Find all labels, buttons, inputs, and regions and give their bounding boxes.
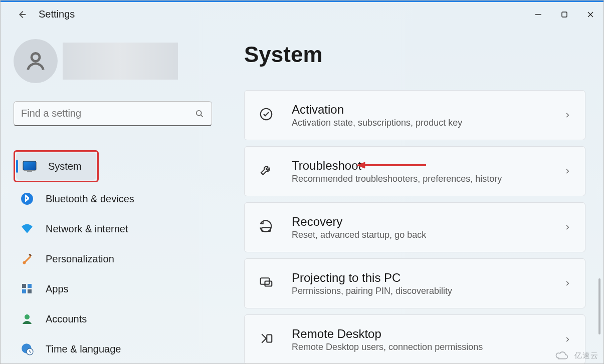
close-icon [587,11,594,18]
card-subtitle: Reset, advanced startup, go back [292,230,564,240]
chevron-right-icon [564,280,571,287]
bluetooth-icon [20,191,35,206]
app-title: Settings [39,9,75,20]
card-title: Activation [292,103,564,117]
brush-icon [20,251,35,266]
nav-label: Apps [46,283,69,295]
wrench-icon [259,163,276,180]
title-bar: Settings [1,1,603,28]
watermark-text: 亿速云 [574,351,598,360]
nav-item-bluetooth[interactable]: Bluetooth & devices [14,185,213,212]
chevron-right-icon [564,336,571,343]
avatar [14,39,58,83]
watermark: 亿速云 [554,350,598,360]
minimize-button[interactable] [525,5,551,25]
nav-item-network[interactable]: Network & internet [14,215,213,242]
nav-label: Network & internet [46,223,128,235]
apps-icon [20,281,35,296]
nav-item-apps[interactable]: Apps [14,275,213,302]
chevron-right-icon [564,168,571,175]
card-subtitle: Permissions, pairing PIN, discoverabilit… [292,286,564,296]
nav-item-accounts[interactable]: Accounts [14,305,213,332]
nav-label: System [48,161,82,172]
svg-rect-16 [28,289,32,293]
svg-rect-13 [22,284,26,288]
nav-item-system[interactable]: System [16,153,96,180]
svg-point-5 [196,110,202,115]
search-icon [194,109,205,119]
svg-rect-14 [28,284,32,288]
card-troubleshoot[interactable]: Troubleshoot Recommended troubleshooters… [244,146,585,196]
globe-clock-icon [20,341,35,356]
display-icon [22,159,37,174]
recovery-icon [259,219,276,236]
card-subtitle: Activation state, subscriptions, product… [292,118,564,128]
nav-label: Time & language [46,343,121,355]
nav-label: Accounts [46,313,87,325]
person-icon [20,311,35,326]
nav-item-time-language[interactable]: Time & language [14,335,213,362]
card-remote-desktop[interactable]: Remote Desktop Remote Desktop users, con… [244,314,585,364]
annotation-highlight-box: System [14,150,99,182]
close-button[interactable] [577,5,603,25]
svg-rect-8 [23,161,36,170]
card-title: Remote Desktop [292,327,564,341]
svg-rect-1 [562,12,567,17]
page-title: System [244,42,585,67]
nav-label: Bluetooth & devices [46,193,134,205]
arrow-left-icon [16,9,27,20]
maximize-button[interactable] [551,5,577,25]
nav-item-personalization[interactable]: Personalization [14,245,213,272]
wifi-icon [20,221,35,236]
svg-rect-15 [22,289,26,293]
card-projecting[interactable]: Projecting to this PC Permissions, pairi… [244,258,585,308]
user-block[interactable] [14,39,214,83]
sidebar: System Bluetooth & devices Network & int… [1,28,221,363]
svg-rect-26 [267,335,272,342]
remote-icon [259,331,276,348]
card-subtitle: Recommended troubleshooters, preferences… [292,174,564,184]
nav-label: Personalization [46,253,114,265]
project-icon [259,275,276,292]
svg-point-4 [32,53,40,61]
svg-rect-12 [29,253,32,256]
annotation-arrow [357,161,427,170]
search-box[interactable] [14,101,212,126]
maximize-icon [561,11,568,18]
card-recovery[interactable]: Recovery Reset, advanced startup, go bac… [244,202,585,252]
person-icon [24,50,47,73]
back-button[interactable] [12,5,32,25]
svg-point-17 [25,314,30,319]
check-circle-icon [259,107,276,124]
chevron-right-icon [564,224,571,231]
chevron-right-icon [564,112,571,119]
svg-rect-10 [27,171,32,172]
card-title: Troubleshoot [292,159,564,173]
card-title: Projecting to this PC [292,271,564,285]
svg-line-6 [201,115,203,117]
minimize-icon [535,11,542,18]
user-name-placeholder [63,43,178,80]
main-content: System Activation Activation state, subs… [221,28,603,363]
card-activation[interactable]: Activation Activation state, subscriptio… [244,90,585,140]
nav: System Bluetooth & devices Network & int… [14,150,214,362]
search-input[interactable] [21,108,194,119]
cloud-icon [554,350,571,360]
scrollbar-thumb[interactable] [598,278,600,334]
card-subtitle: Remote Desktop users, connection permiss… [292,342,564,352]
svg-rect-25 [265,281,272,286]
svg-marker-22 [357,162,365,168]
card-title: Recovery [292,215,564,229]
